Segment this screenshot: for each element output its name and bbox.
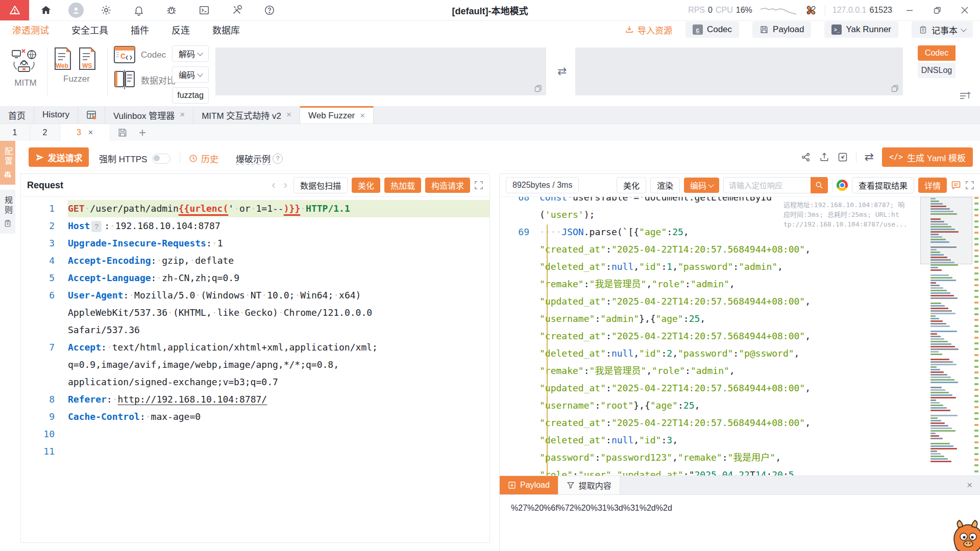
close-button[interactable] <box>954 0 975 20</box>
terminal-small-icon: >_ <box>831 24 842 35</box>
extract-content-tab[interactable]: 提取内容 <box>558 476 620 494</box>
close-icon[interactable]: × <box>360 111 365 121</box>
send-icon <box>35 153 44 162</box>
notepad-button[interactable]: 记事本 <box>912 21 973 38</box>
tab-vulinbox[interactable]: Vulinbox 管理器× <box>105 106 193 123</box>
divider <box>825 5 825 15</box>
codec-button[interactable]: cCodec <box>685 21 739 38</box>
beautify-button[interactable]: 美化 <box>352 178 380 193</box>
side-tab-codec[interactable]: Codec <box>918 45 955 61</box>
copy-icon[interactable] <box>534 85 542 92</box>
codec-output-area[interactable] <box>575 47 903 95</box>
chevron-down-icon <box>197 71 203 77</box>
chrome-icon[interactable] <box>837 180 848 191</box>
menu-security-tools[interactable]: 安全工具 <box>71 23 108 36</box>
tab-mitm-v2[interactable]: MITM 交互式劫持 v2× <box>193 106 300 123</box>
payload-bar: Payload 提取内容 × <box>500 475 980 495</box>
divider <box>47 47 47 96</box>
history-button[interactable]: 历史 <box>189 152 218 165</box>
payload-value: %27%20%6f%72%20%31%3d%31%2d%2d <box>500 494 980 513</box>
close-icon[interactable]: × <box>286 110 291 120</box>
side-tab-dnslog[interactable]: DNSLog <box>918 63 955 78</box>
fuzzer-sequence-tabs: 1 2 3× + <box>0 124 980 141</box>
tab-web-fuzzer[interactable]: Web Fuzzer× <box>300 106 374 123</box>
svg-text:Web: Web <box>56 62 68 69</box>
copy-icon[interactable] <box>891 85 899 92</box>
build-request-button[interactable]: 构造请求 <box>425 178 470 193</box>
decode-dropdown[interactable]: 解码 <box>172 45 209 62</box>
fuzzer-tab-1[interactable]: 1 <box>0 124 30 141</box>
tab-history[interactable]: History <box>34 106 78 123</box>
codec-tool[interactable]: C Codec 数据对比 <box>113 45 176 89</box>
minimap-viewport[interactable] <box>920 197 972 264</box>
hot-reload-button[interactable]: 热加载 <box>384 178 421 193</box>
payload-button[interactable]: Payload <box>752 21 811 38</box>
response-render-button[interactable]: 渲染 <box>650 177 680 193</box>
import-resource-link[interactable]: 导入资源 <box>625 23 672 36</box>
rail-tab-config[interactable]: 配置 <box>0 141 15 185</box>
prev-packet-icon[interactable]: ‹ <box>270 179 277 192</box>
detail-button[interactable]: 详情 <box>918 178 947 193</box>
next-packet-icon[interactable]: › <box>282 179 289 192</box>
import-edit-icon[interactable] <box>838 152 848 162</box>
swap-arrows-icon[interactable]: ⇄ <box>557 65 567 78</box>
fuzztag-button[interactable]: fuzztag <box>172 87 209 104</box>
search-icon[interactable] <box>811 177 828 193</box>
rail-tab-rules[interactable]: 规则 <box>0 190 15 234</box>
view-extract-button[interactable]: 查看提取结果 <box>852 177 914 193</box>
minimize-button[interactable] <box>899 0 920 20</box>
swap-icon[interactable]: ⇄ <box>865 151 874 164</box>
tab-home[interactable]: 首页 <box>0 106 34 123</box>
pinwheel-icon[interactable] <box>804 4 818 17</box>
close-icon[interactable]: × <box>88 128 93 137</box>
share-icon[interactable] <box>801 152 811 162</box>
response-panel: 8925bytes / 3ms 美化 渲染 编码 查看提取结果 详情 68con… <box>499 173 980 551</box>
tab-db-icon[interactable] <box>78 106 105 123</box>
title-bar: [default]-本地模式 RPS 0 CPU 16% 127.0.0.1 6… <box>0 0 980 21</box>
scrollbar-decorations[interactable] <box>973 197 979 475</box>
request-editor[interactable]: 1GET·/user/path/admin{{urlenc('·or·1=1--… <box>21 197 489 542</box>
listen-port: 61523 <box>870 6 893 15</box>
close-payload-icon[interactable]: × <box>967 480 980 491</box>
response-encode-dropdown[interactable]: 编码 <box>684 178 719 193</box>
yak-mascot <box>951 517 980 551</box>
blast-example-link[interactable]: 爆破示例 ? <box>236 152 283 165</box>
yak-runner-button[interactable]: >_Yak Runner <box>824 21 898 38</box>
close-icon[interactable]: × <box>180 110 185 120</box>
encode-dropdown[interactable]: 编码 <box>172 66 209 83</box>
save-fuzzer-icon[interactable] <box>117 128 128 138</box>
codec-input-area[interactable] <box>215 47 546 95</box>
codec-tool-icon: C <box>113 45 136 65</box>
fuzzer-tool[interactable]: Web WS Fuzzer <box>53 46 100 84</box>
chevron-down-icon <box>197 50 203 56</box>
question-icon: ? <box>273 154 283 164</box>
send-request-button[interactable]: 发送请求 <box>29 147 89 167</box>
tool-row: MITM Web WS Fuzzer C Codec 数据对比 解码 编 <box>0 38 980 106</box>
force-https-toggle[interactable] <box>152 154 170 164</box>
add-tab-icon[interactable]: + <box>139 128 146 138</box>
fuzzer-label: Fuzzer <box>53 74 100 84</box>
maximize-button[interactable] <box>927 0 947 20</box>
payload-tab[interactable]: Payload <box>500 476 558 494</box>
response-editor[interactable]: 68const·usersTable·=·document.getElement… <box>500 197 980 475</box>
log-list-icon[interactable] <box>959 89 972 103</box>
fuzzer-tab-3[interactable]: 3× <box>60 124 109 141</box>
clipboard-icon <box>919 26 927 34</box>
expand-icon[interactable] <box>965 181 974 190</box>
menu-pentest[interactable]: 渗透测试 <box>12 23 49 36</box>
mitm-tool[interactable]: MITM <box>9 46 42 88</box>
generate-yaml-button[interactable]: </>生成 Yaml 模板 <box>882 147 973 167</box>
fuzzer-tab-2[interactable]: 2 <box>30 124 60 141</box>
expand-icon[interactable] <box>474 181 483 190</box>
menu-plugins[interactable]: 插件 <box>131 23 149 36</box>
mitm-label: MITM <box>9 78 42 88</box>
response-beautify-button[interactable]: 美化 <box>617 177 646 193</box>
menu-database[interactable]: 数据库 <box>212 23 240 36</box>
menu-reverse[interactable]: 反连 <box>172 23 190 36</box>
cpu-value: 16% <box>736 6 752 15</box>
data-compare-tool[interactable]: 数据对比 <box>113 70 176 89</box>
packet-scan-button[interactable]: 数据包扫描 <box>293 177 348 193</box>
locate-response-input[interactable] <box>723 177 811 193</box>
export-icon[interactable] <box>819 152 829 162</box>
message-icon[interactable] <box>951 180 961 190</box>
